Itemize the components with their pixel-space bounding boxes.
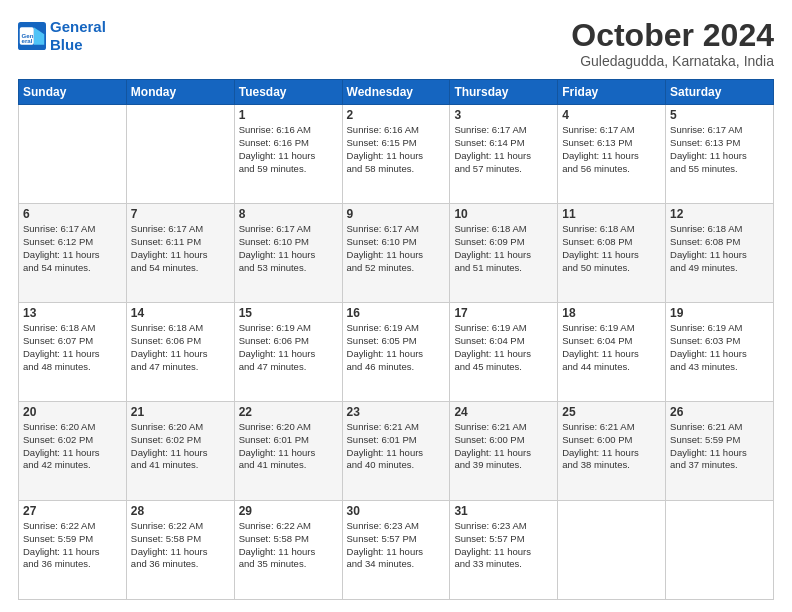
day-content: Sunrise: 6:23 AMSunset: 5:57 PMDaylight:… (454, 520, 553, 571)
header-sunday: Sunday (19, 80, 127, 105)
calendar-cell (558, 501, 666, 600)
calendar-week-1: 6Sunrise: 6:17 AMSunset: 6:12 PMDaylight… (19, 204, 774, 303)
calendar-week-0: 1Sunrise: 6:16 AMSunset: 6:16 PMDaylight… (19, 105, 774, 204)
day-number: 29 (239, 504, 338, 518)
day-number: 20 (23, 405, 122, 419)
day-content: Sunrise: 6:17 AMSunset: 6:10 PMDaylight:… (347, 223, 446, 274)
header-saturday: Saturday (666, 80, 774, 105)
day-content: Sunrise: 6:17 AMSunset: 6:12 PMDaylight:… (23, 223, 122, 274)
day-content: Sunrise: 6:17 AMSunset: 6:14 PMDaylight:… (454, 124, 553, 175)
day-content: Sunrise: 6:18 AMSunset: 6:07 PMDaylight:… (23, 322, 122, 373)
day-content: Sunrise: 6:21 AMSunset: 6:01 PMDaylight:… (347, 421, 446, 472)
calendar-cell: 1Sunrise: 6:16 AMSunset: 6:16 PMDaylight… (234, 105, 342, 204)
calendar-cell: 17Sunrise: 6:19 AMSunset: 6:04 PMDayligh… (450, 303, 558, 402)
day-content: Sunrise: 6:21 AMSunset: 6:00 PMDaylight:… (454, 421, 553, 472)
day-number: 26 (670, 405, 769, 419)
day-content: Sunrise: 6:21 AMSunset: 6:00 PMDaylight:… (562, 421, 661, 472)
day-content: Sunrise: 6:18 AMSunset: 6:09 PMDaylight:… (454, 223, 553, 274)
calendar-cell: 29Sunrise: 6:22 AMSunset: 5:58 PMDayligh… (234, 501, 342, 600)
header-monday: Monday (126, 80, 234, 105)
calendar-cell: 6Sunrise: 6:17 AMSunset: 6:12 PMDaylight… (19, 204, 127, 303)
day-content: Sunrise: 6:17 AMSunset: 6:13 PMDaylight:… (562, 124, 661, 175)
day-number: 11 (562, 207, 661, 221)
day-number: 8 (239, 207, 338, 221)
calendar-cell: 19Sunrise: 6:19 AMSunset: 6:03 PMDayligh… (666, 303, 774, 402)
day-content: Sunrise: 6:21 AMSunset: 5:59 PMDaylight:… (670, 421, 769, 472)
day-content: Sunrise: 6:18 AMSunset: 6:06 PMDaylight:… (131, 322, 230, 373)
day-number: 27 (23, 504, 122, 518)
day-number: 9 (347, 207, 446, 221)
day-number: 21 (131, 405, 230, 419)
day-number: 3 (454, 108, 553, 122)
day-content: Sunrise: 6:22 AMSunset: 5:58 PMDaylight:… (131, 520, 230, 571)
calendar-cell: 25Sunrise: 6:21 AMSunset: 6:00 PMDayligh… (558, 402, 666, 501)
day-content: Sunrise: 6:22 AMSunset: 5:58 PMDaylight:… (239, 520, 338, 571)
day-content: Sunrise: 6:19 AMSunset: 6:05 PMDaylight:… (347, 322, 446, 373)
day-content: Sunrise: 6:19 AMSunset: 6:06 PMDaylight:… (239, 322, 338, 373)
day-number: 31 (454, 504, 553, 518)
calendar-cell: 3Sunrise: 6:17 AMSunset: 6:14 PMDaylight… (450, 105, 558, 204)
calendar-cell (126, 105, 234, 204)
calendar-cell (666, 501, 774, 600)
day-number: 17 (454, 306, 553, 320)
calendar-cell: 14Sunrise: 6:18 AMSunset: 6:06 PMDayligh… (126, 303, 234, 402)
day-number: 2 (347, 108, 446, 122)
day-content: Sunrise: 6:20 AMSunset: 6:02 PMDaylight:… (131, 421, 230, 472)
calendar-cell: 16Sunrise: 6:19 AMSunset: 6:05 PMDayligh… (342, 303, 450, 402)
day-number: 28 (131, 504, 230, 518)
day-content: Sunrise: 6:19 AMSunset: 6:04 PMDaylight:… (562, 322, 661, 373)
calendar-cell: 24Sunrise: 6:21 AMSunset: 6:00 PMDayligh… (450, 402, 558, 501)
calendar-cell: 27Sunrise: 6:22 AMSunset: 5:59 PMDayligh… (19, 501, 127, 600)
calendar-cell: 28Sunrise: 6:22 AMSunset: 5:58 PMDayligh… (126, 501, 234, 600)
calendar-cell: 21Sunrise: 6:20 AMSunset: 6:02 PMDayligh… (126, 402, 234, 501)
calendar-cell (19, 105, 127, 204)
calendar-cell: 22Sunrise: 6:20 AMSunset: 6:01 PMDayligh… (234, 402, 342, 501)
day-number: 19 (670, 306, 769, 320)
calendar-cell: 10Sunrise: 6:18 AMSunset: 6:09 PMDayligh… (450, 204, 558, 303)
logo: Gen eral General Blue (18, 18, 106, 54)
day-number: 10 (454, 207, 553, 221)
day-number: 6 (23, 207, 122, 221)
day-content: Sunrise: 6:18 AMSunset: 6:08 PMDaylight:… (670, 223, 769, 274)
logo-text: General Blue (50, 18, 106, 54)
day-number: 5 (670, 108, 769, 122)
calendar-cell: 30Sunrise: 6:23 AMSunset: 5:57 PMDayligh… (342, 501, 450, 600)
day-number: 16 (347, 306, 446, 320)
calendar-title: October 2024 (571, 18, 774, 53)
day-content: Sunrise: 6:18 AMSunset: 6:08 PMDaylight:… (562, 223, 661, 274)
day-number: 14 (131, 306, 230, 320)
calendar-cell: 15Sunrise: 6:19 AMSunset: 6:06 PMDayligh… (234, 303, 342, 402)
day-content: Sunrise: 6:19 AMSunset: 6:03 PMDaylight:… (670, 322, 769, 373)
day-number: 30 (347, 504, 446, 518)
page: Gen eral General Blue October 2024 Guled… (0, 0, 792, 612)
day-content: Sunrise: 6:16 AMSunset: 6:15 PMDaylight:… (347, 124, 446, 175)
calendar-cell: 7Sunrise: 6:17 AMSunset: 6:11 PMDaylight… (126, 204, 234, 303)
day-content: Sunrise: 6:20 AMSunset: 6:02 PMDaylight:… (23, 421, 122, 472)
day-content: Sunrise: 6:20 AMSunset: 6:01 PMDaylight:… (239, 421, 338, 472)
svg-text:eral: eral (22, 37, 33, 44)
calendar-cell: 4Sunrise: 6:17 AMSunset: 6:13 PMDaylight… (558, 105, 666, 204)
calendar-cell: 12Sunrise: 6:18 AMSunset: 6:08 PMDayligh… (666, 204, 774, 303)
logo-icon: Gen eral (18, 22, 46, 50)
day-number: 25 (562, 405, 661, 419)
header-tuesday: Tuesday (234, 80, 342, 105)
calendar-cell: 9Sunrise: 6:17 AMSunset: 6:10 PMDaylight… (342, 204, 450, 303)
day-number: 24 (454, 405, 553, 419)
header-wednesday: Wednesday (342, 80, 450, 105)
calendar-cell: 13Sunrise: 6:18 AMSunset: 6:07 PMDayligh… (19, 303, 127, 402)
day-content: Sunrise: 6:17 AMSunset: 6:13 PMDaylight:… (670, 124, 769, 175)
calendar-week-2: 13Sunrise: 6:18 AMSunset: 6:07 PMDayligh… (19, 303, 774, 402)
calendar-cell: 18Sunrise: 6:19 AMSunset: 6:04 PMDayligh… (558, 303, 666, 402)
calendar-cell: 8Sunrise: 6:17 AMSunset: 6:10 PMDaylight… (234, 204, 342, 303)
day-number: 4 (562, 108, 661, 122)
day-number: 13 (23, 306, 122, 320)
day-number: 7 (131, 207, 230, 221)
header-friday: Friday (558, 80, 666, 105)
calendar-cell: 11Sunrise: 6:18 AMSunset: 6:08 PMDayligh… (558, 204, 666, 303)
day-content: Sunrise: 6:23 AMSunset: 5:57 PMDaylight:… (347, 520, 446, 571)
day-content: Sunrise: 6:16 AMSunset: 6:16 PMDaylight:… (239, 124, 338, 175)
day-number: 12 (670, 207, 769, 221)
header-thursday: Thursday (450, 80, 558, 105)
calendar-cell: 23Sunrise: 6:21 AMSunset: 6:01 PMDayligh… (342, 402, 450, 501)
header: Gen eral General Blue October 2024 Guled… (18, 18, 774, 69)
